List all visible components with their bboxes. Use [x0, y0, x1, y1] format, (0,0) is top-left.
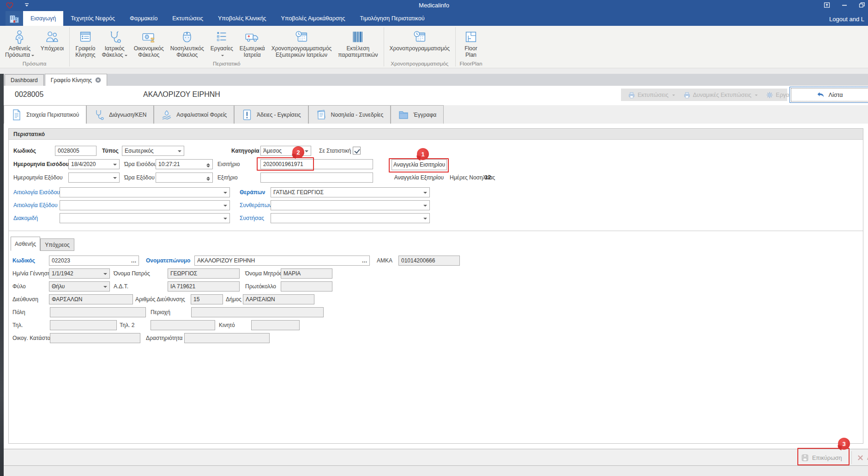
spinner-arrows-icon — [206, 173, 211, 183]
restore-icon[interactable] — [859, 2, 865, 8]
logout-label[interactable]: Logout and L — [829, 16, 864, 23]
lista-button[interactable]: Λίστα — [790, 87, 868, 103]
im-gennisis-datepicker[interactable]: 1/1/1942 — [49, 268, 110, 279]
ribbon-group-peristatiko: Γραφείο Κίνησης Ιατρικός Φάκελος Οικονομ… — [70, 26, 383, 68]
dropdown-caret-icon — [103, 286, 107, 290]
kodikos-input[interactable]: 0028005 — [55, 146, 96, 156]
close-tab-icon[interactable] — [95, 77, 101, 83]
doc-tab-grafeio-kinisis[interactable]: Γραφείο Κίνησης — [45, 74, 107, 86]
systisas-select[interactable] — [271, 213, 430, 223]
patient-tab-asthenis[interactable]: Ασθενής — [11, 237, 40, 251]
incident-group-box: Περιστατικό Κωδικός 0028005 Τύπος Εσωτερ… — [8, 128, 863, 444]
onoma-mitros-label: Όνομα Μητρός — [245, 270, 282, 277]
imeres-nosileias-value: 32 — [484, 174, 491, 181]
app-menu-button[interactable] — [6, 11, 23, 26]
typos-select[interactable]: Εσωτερικός — [122, 146, 184, 156]
tab-eggrafa[interactable]: Έγγραφα — [391, 105, 444, 124]
ribbon-button-xronoprogrammatismos-exoterikon[interactable]: Χρονοπρογραμματισμός Εξωτερικών Ιατρείων — [268, 27, 335, 61]
money-icon — [141, 29, 157, 45]
ribbon-tab-ypovoles-aimokatharsis[interactable]: Υποβολές Αιμοκάθαρσης — [274, 11, 353, 26]
dropdown-caret-icon — [672, 95, 675, 97]
drastiriotita-label: Δραστηριότητα — [146, 335, 183, 341]
ora-eisodou-label: Ώρα Εισόδου — [124, 161, 157, 167]
aitiologia-eisodou-select[interactable] — [60, 187, 230, 197]
browse-ellipsis-button[interactable]: … — [130, 257, 138, 264]
systisas-label[interactable]: Συστήσας — [240, 215, 264, 221]
therapon-select[interactable]: ΓΑΤΙΔΗΣ ΓΕΩΡΓΙΟΣ — [271, 187, 430, 197]
incident-code-header: 0028005 — [15, 90, 43, 99]
ribbon-tab-technitos-nefros[interactable]: Τεχνητός Νεφρός — [63, 11, 122, 26]
diakomidi-label[interactable]: Διακομιδή — [13, 215, 38, 221]
dropdown-caret-icon — [223, 218, 227, 221]
minimize-icon[interactable] — [841, 2, 848, 8]
toolbar-ektyposeis-button[interactable]: Εκτυπώσεις — [624, 89, 679, 101]
annotation-box-eisitirio — [257, 157, 314, 171]
ora-exodou-spinner[interactable] — [156, 173, 213, 183]
patient-tab-ypochreos[interactable]: Υπόχρεος — [40, 238, 74, 251]
dieythynsi-input: ΦΑΡΣΑΛΩΝ — [49, 294, 133, 304]
adt-label: Α.Δ.Τ. — [114, 283, 128, 290]
incident-fields-panel: Κωδικός 0028005 Τύπος Εσωτερικός Κατηγορ… — [9, 140, 863, 231]
ribbon-button-xronoprogrammatismos[interactable]: Χρονοπρογραμματισμός — [386, 27, 453, 61]
tab-nosileia-synedries[interactable]: Νοσηλεία - Συνεδρίες — [308, 105, 391, 124]
schedule-icon — [412, 29, 428, 45]
kinito-input — [251, 320, 300, 330]
fylo-select[interactable]: Θήλυ — [49, 281, 110, 292]
tab-asfalistikoi-foreis[interactable]: Ασφαλιστικοί Φορείς — [154, 105, 234, 124]
ribbon-button-oikonomikos-fakelos[interactable]: Οικονομικός Φάκελος — [131, 27, 167, 61]
title-bar: Medicalinfo — [0, 0, 868, 11]
browse-ellipsis-button[interactable]: … — [361, 257, 368, 264]
doc-tab-dashboard[interactable]: Dashboard — [5, 74, 44, 86]
ribbon-tab-ektyposeis[interactable]: Εκτυπώσεις — [165, 11, 211, 26]
amka-input: 01014200666 — [398, 256, 460, 266]
ribbon-button-grafeio-kinisis[interactable]: Γραφείο Κίνησης — [72, 27, 98, 61]
ribbon-tab-farmakeio[interactable]: Φαρμακείο — [122, 11, 165, 26]
ribbon-tab-timologisi[interactable]: Τιμολόγηση Περιστατικού — [352, 11, 432, 26]
ribbon-button-ektelesi-parapemptikon[interactable]: Εκτέλεση παραπεμπτικών — [335, 27, 381, 61]
tab-stoixeia-peristatikou[interactable]: Στοιχεία Περιστατικού — [4, 105, 86, 124]
ribbon-button-nosileytikos-fakelos[interactable]: Νοσηλευτικός Φάκελος — [167, 27, 207, 61]
ribbon-tab-ypovoles-klinikis[interactable]: Υποβολές Κλινικής — [211, 11, 274, 26]
incident-group-title: Περιστατικό — [9, 129, 863, 140]
aitiologia-eisodou-label[interactable]: Αιτιολογία Εισόδου — [13, 189, 60, 196]
annotation-box-epikyrosi — [797, 448, 850, 465]
patient-kodikos-label: Κωδικός — [12, 257, 35, 264]
periochi-input — [191, 307, 324, 317]
arithmos-dieythynsis-input: 15 — [191, 294, 223, 304]
document-icon — [11, 109, 22, 121]
ribbon-group-prosopa: Ασθενείς Πρόσωπα Υπόχρεοι Πρόσωπα — [0, 26, 69, 68]
diakomidi-select[interactable] — [60, 213, 230, 223]
ribbon-tab-eisagogi[interactable]: Εισαγωγή — [23, 11, 63, 26]
anangelia-exitiriou-button[interactable]: Αναγγελία Εξιτηρίου — [384, 173, 446, 183]
ribbon-button-astheneis-prosopa[interactable]: Ασθενείς Πρόσωπα — [2, 27, 37, 61]
patient-kodikos-input[interactable]: 022023… — [49, 256, 139, 266]
se-statistiki-checkbox[interactable] — [353, 147, 361, 155]
pin-window-icon[interactable] — [824, 2, 830, 8]
akyrosi-button[interactable]: Ακύρωση — [857, 452, 868, 464]
onomateponymo-input[interactable]: ΑΚΑΛΟΡΙΖΟΥ ΕΙΡΗΝΗ… — [194, 256, 370, 266]
ora-eisodou-spinner[interactable]: 10:27:21 — [156, 159, 213, 169]
imerominia-exodou-datepicker[interactable] — [68, 173, 120, 183]
toolbar-dynamikes-ektyposeis-button[interactable]: Δυναμικές Εκτυπώσεις — [679, 89, 762, 101]
ribbon-button-ypochreoi[interactable]: Υπόχρεοι — [37, 27, 67, 61]
annotation-badge-2: 2 — [292, 146, 304, 158]
therapon-label[interactable]: Θεράπων — [240, 189, 265, 196]
aitiologia-exodou-select[interactable] — [60, 200, 230, 210]
tab-diagnosi-ken[interactable]: Διάγνωση/ΚΕΝ — [86, 105, 154, 124]
ribbon-button-ergasies[interactable]: Εργασίες — [207, 27, 236, 61]
ribbon-button-exoterika-iatreia[interactable]: Εξωτερικά Ιατρεία — [236, 27, 268, 61]
syntherapon-select[interactable] — [271, 200, 430, 210]
ribbon-group-label-floorplan: FloorPlan — [458, 61, 484, 68]
tab-adeies-egkriseis[interactable]: Άδειες - Εγκρίσεις — [234, 105, 308, 124]
exitirio-input[interactable] — [260, 173, 373, 183]
ribbon-button-floor-plan[interactable]: Floor Plan — [458, 27, 484, 61]
aitiologia-exodou-label[interactable]: Αιτιολογία Εξόδου — [13, 202, 58, 208]
fylo-label: Φύλο — [12, 283, 26, 290]
ribbon-button-iatrikos-fakelos[interactable]: Ιατρικός Φάκελος — [99, 27, 131, 61]
syntherapon-label[interactable]: Συνθεράπων — [240, 202, 271, 208]
imerominia-eisodou-datepicker[interactable]: 18/4/2020 — [68, 159, 120, 169]
barcode-icon — [350, 29, 366, 45]
ribbon-separator — [455, 27, 456, 66]
onoma-patros-label: Όνομα Πατρός — [114, 270, 150, 277]
til-input — [50, 320, 117, 330]
